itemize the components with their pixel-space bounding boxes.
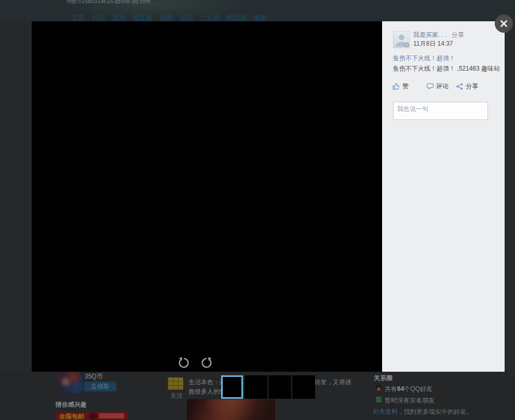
feed-text-fragment: 转发，又将拯: [314, 378, 351, 387]
photo-thumbnail-selected[interactable]: [221, 375, 243, 399]
rotate-right-button[interactable]: [200, 357, 212, 369]
ad-text-blob: [99, 413, 124, 418]
share-button[interactable]: 分享: [456, 82, 478, 91]
qq-friends-prefix: 共有: [385, 385, 397, 392]
thumbs-up-icon: [392, 83, 400, 90]
post-timestamp: 11月8日 14:37: [413, 39, 453, 48]
share-nodes-icon: [456, 83, 464, 90]
qq-friends-count: 64: [397, 385, 404, 392]
claim-reward-button[interactable]: 去领取: [84, 382, 116, 391]
like-label: 赞: [402, 82, 409, 91]
qzone-photo-viewer-page: http://1580314615.qzone.qq.com 主页日志音乐留言板…: [0, 0, 515, 420]
feed-account-avatar: [168, 377, 183, 390]
qq-friends-count-row: 共有64个QQ好友: [385, 385, 432, 394]
complete-profile-link[interactable]: 补充资料: [373, 408, 398, 415]
author-row: 我是买家. . .分享: [413, 31, 464, 39]
photo-thumbnail[interactable]: [268, 375, 291, 399]
game-ad-thumbnail: [57, 371, 83, 393]
qcoin-reward-label: 35Q币: [85, 372, 103, 381]
post-body-text: 鱼伤不下火线！超强！ ,521463 趣味站: [393, 64, 500, 73]
comment-label: 评论: [436, 82, 449, 91]
profile-url-text: http://1580314615.qzone.qq.com: [67, 0, 151, 4]
ad-banner[interactable]: 全国包邮: [56, 412, 128, 420]
comment-bubble-icon: [426, 83, 434, 90]
rotate-left-button[interactable]: [178, 357, 191, 369]
qq-penguin-icon: [375, 384, 383, 392]
relations-header: 关系圈: [374, 374, 392, 383]
ad-banner-label: 全国包邮: [59, 412, 84, 420]
photo-thumbnail[interactable]: [292, 375, 315, 399]
follow-link[interactable]: 关注: [170, 391, 183, 400]
like-button[interactable]: 赞: [392, 82, 409, 91]
author-avatar[interactable]: [393, 31, 410, 48]
qq-friends-suffix: 个QQ好友: [404, 385, 432, 392]
post-type-tag: 分享: [452, 31, 464, 38]
clover-icon: [375, 396, 383, 403]
close-x-icon: [500, 20, 508, 28]
photo-info-panel: 我是买家. . .分享 11月8日 14:37 鱼伤不下火线！超强！ 鱼伤不下火…: [382, 21, 505, 372]
close-button[interactable]: [495, 15, 513, 33]
interest-section-header: 猜你感兴趣: [56, 400, 87, 409]
author-name-link[interactable]: 我是买家. . .: [413, 31, 447, 38]
page-header-background: http://1580314615.qzone.qq.com 主页日志音乐留言板…: [0, 0, 515, 21]
photo-viewer-image[interactable]: [32, 21, 382, 372]
comment-input[interactable]: [393, 102, 488, 120]
feed-text-fragment: 生活本色：这: [188, 378, 226, 387]
post-title-link[interactable]: 鱼伤不下火线！超强！: [393, 54, 455, 63]
no-realname-row: 暂时没有实名朋友: [385, 396, 435, 405]
complete-profile-rest: ，找到更多现实中的好友。: [398, 408, 472, 415]
feed-photo-thumbnail: [187, 399, 275, 420]
complete-profile-row: 补充资料，找到更多现实中的好友。: [373, 408, 472, 416]
share-label: 分享: [466, 82, 478, 91]
ad-diamond-shape: [88, 412, 98, 420]
photo-thumbnail[interactable]: [245, 375, 267, 399]
comment-button[interactable]: 评论: [426, 82, 449, 91]
